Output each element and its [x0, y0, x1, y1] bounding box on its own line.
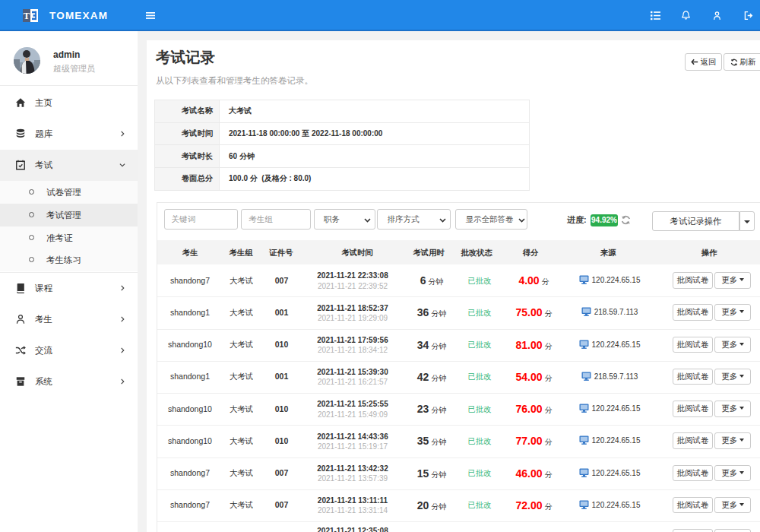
- svg-text:T: T: [24, 11, 30, 21]
